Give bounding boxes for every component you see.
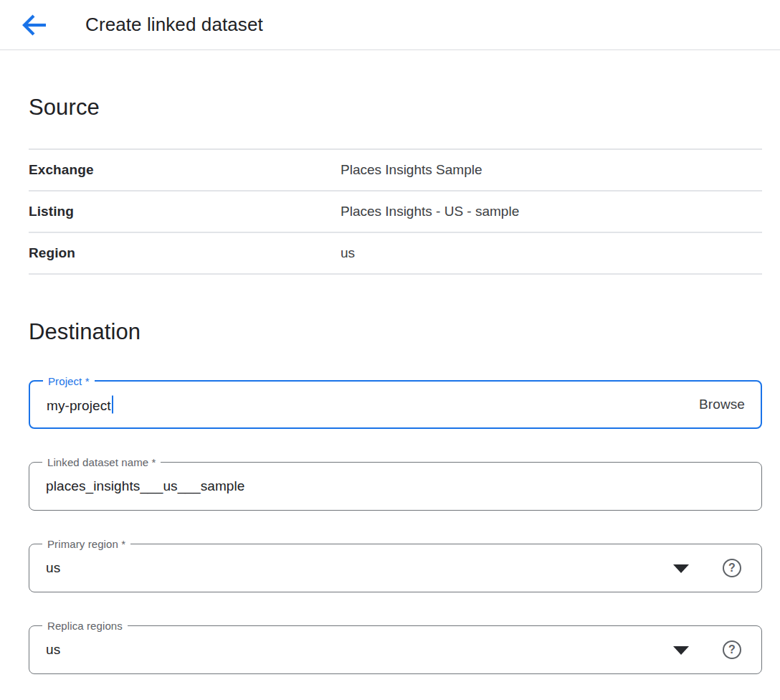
source-table: Exchange Places Insights Sample Listing … — [29, 148, 762, 275]
page-title: Create linked dataset — [85, 14, 263, 36]
source-heading: Source — [29, 93, 762, 123]
linked-dataset-name-label: Linked dataset name * — [42, 455, 161, 469]
table-row-listing: Listing Places Insights - US - sample — [29, 191, 762, 233]
primary-region-value: us — [46, 560, 60, 576]
listing-value: Places Insights - US - sample — [341, 204, 519, 219]
region-label: Region — [29, 245, 341, 261]
help-icon[interactable]: ? — [723, 559, 741, 577]
help-icon[interactable]: ? — [723, 640, 741, 659]
text-cursor — [112, 396, 113, 414]
project-field[interactable]: Project * my-project Browse — [29, 380, 762, 429]
project-field-label: Project * — [43, 374, 95, 388]
main-content: Source Exchange Places Insights Sample L… — [0, 93, 780, 674]
destination-heading: Destination — [29, 317, 762, 347]
create-linked-dataset-page: Create linked dataset Source Exchange Pl… — [0, 0, 780, 674]
primary-region-select[interactable]: Primary region * us ? — [29, 544, 762, 592]
chevron-down-icon[interactable] — [673, 564, 689, 573]
table-row-exchange: Exchange Places Insights Sample — [29, 150, 762, 191]
primary-region-label: Primary region * — [42, 537, 130, 551]
table-row-region: Region us — [29, 233, 762, 275]
header: Create linked dataset — [0, 0, 780, 50]
project-input[interactable]: my-project — [47, 396, 113, 414]
replica-regions-label: Replica regions — [42, 619, 128, 633]
chevron-down-icon[interactable] — [673, 646, 689, 655]
replica-regions-select[interactable]: Replica regions us ? — [29, 625, 762, 674]
exchange-value: Places Insights Sample — [341, 162, 482, 178]
replica-regions-value: us — [46, 642, 60, 658]
browse-button[interactable]: Browse — [699, 397, 745, 412]
linked-dataset-name-field[interactable]: Linked dataset name * places_insights___… — [29, 462, 762, 511]
back-button[interactable] — [22, 13, 47, 37]
listing-label: Listing — [29, 204, 341, 219]
linked-dataset-name-input[interactable]: places_insights___us___sample — [46, 478, 245, 494]
exchange-label: Exchange — [29, 162, 341, 178]
back-arrow-icon — [22, 14, 47, 37]
region-value: us — [341, 245, 355, 261]
